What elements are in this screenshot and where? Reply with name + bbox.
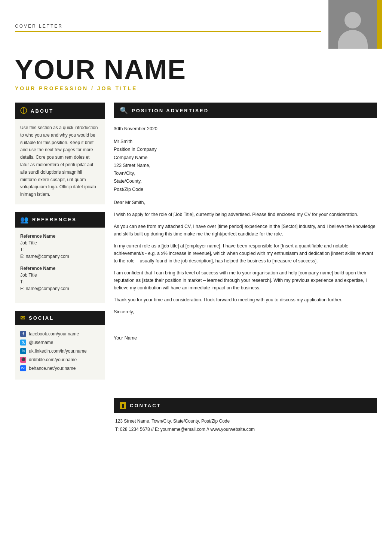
ref2-name: Reference Name — [20, 265, 99, 272]
references-content: Reference Name Job Title T: E: name@comp… — [15, 228, 105, 303]
contact-website: www.yourwebsite.com — [210, 427, 255, 432]
contact-phone: T: 028 1234 5678 — [115, 427, 150, 432]
facebook-icon: f — [20, 331, 26, 337]
social-header: ✉ SOCIAL — [15, 311, 105, 325]
position-header: 🔍 POSITION ADVERTISED — [114, 103, 377, 118]
about-title: ABOUT — [31, 108, 53, 114]
photo-head — [344, 12, 361, 28]
twitter-label: @username — [29, 339, 53, 346]
your-profession: YOUR PROFESSION / JOB TITLE — [15, 85, 377, 91]
linkedin-icon: in — [20, 348, 26, 354]
social-facebook: f facebook.com/your.name — [20, 331, 99, 337]
addressee-line-1: Mr Smith — [114, 138, 377, 146]
letter-para-3: In my current role as a [job title] at [… — [114, 242, 377, 265]
social-title: SOCIAL — [29, 315, 54, 321]
references-header: 👥 REFERENCES — [15, 212, 105, 228]
reference-entry-1: Reference Name Job Title T: E: name@comp… — [20, 233, 99, 260]
ref1-name: Reference Name — [20, 233, 99, 240]
letter-body: 30th November 2020 Mr Smith Position in … — [114, 125, 377, 342]
main-layout: ⓘ ABOUT Use this section as a quick intr… — [0, 95, 392, 398]
salutation: Dear Mr Smith, — [114, 199, 377, 206]
contact-section: ▮ CONTACT 123 Street Name, Town/City, St… — [15, 398, 377, 433]
about-header: ⓘ ABOUT — [15, 103, 105, 119]
name-section: YOUR NAME YOUR PROFESSION / JOB TITLE — [0, 49, 392, 95]
signature-name: Your Name — [114, 334, 377, 342]
contact-header: ▮ CONTACT — [114, 398, 377, 413]
addressee: Mr Smith Position in Company Company Nam… — [114, 138, 377, 194]
addressee-line-5: Town/City, — [114, 170, 377, 177]
reference-entry-2: Reference Name Job Title T: E: name@comp… — [20, 265, 99, 292]
behance-label: behance.net/your.name — [29, 365, 76, 372]
dribbble-label: dribbble.com/your.name — [29, 356, 77, 363]
social-content: f facebook.com/your.name 𝕏 @username in … — [15, 325, 105, 380]
linkedin-label: uk.linkedin.com/in/your.name — [29, 348, 87, 354]
letter-para-1: I wish to apply for the role of [Job Tit… — [114, 211, 377, 218]
ref1-email: E: name@company.com — [20, 253, 99, 260]
letter-para-4: I am confident that I can bring this lev… — [114, 269, 377, 292]
addressee-line-6: State/County, — [114, 177, 377, 185]
letter-para-2: As you can see from my attached CV, I ha… — [114, 223, 377, 238]
ref2-email: E: name@company.com — [20, 285, 99, 292]
ref1-phone: T: — [20, 246, 99, 253]
your-name: YOUR NAME — [15, 56, 377, 83]
letter-para-5: Thank you for your time and consideratio… — [114, 296, 377, 304]
ref2-phone: T: — [20, 278, 99, 285]
contact-title: CONTACT — [130, 403, 161, 408]
left-column: ⓘ ABOUT Use this section as a quick intr… — [15, 103, 105, 387]
references-title: REFERENCES — [32, 217, 77, 222]
contact-separator-2: // — [206, 427, 210, 432]
social-behance: Be behance.net/your.name — [20, 365, 99, 372]
header: COVER LETTER — [0, 0, 392, 49]
behance-icon: Be — [20, 365, 26, 371]
letter-date: 30th November 2020 — [114, 125, 377, 133]
info-icon: ⓘ — [20, 106, 27, 115]
right-column: 🔍 POSITION ADVERTISED 30th November 2020… — [114, 103, 377, 387]
gold-line-header — [15, 31, 321, 32]
social-twitter: 𝕏 @username — [20, 339, 99, 346]
profile-photo — [328, 0, 377, 49]
contact-info: 123 Street Name, Town/City, State/County… — [114, 417, 377, 433]
header-title-area: COVER LETTER — [15, 24, 321, 32]
about-text: Use this section as a quick introduction… — [20, 124, 99, 198]
references-section: 👥 REFERENCES Reference Name Job Title T:… — [15, 212, 105, 303]
search-icon: 🔍 — [120, 106, 128, 115]
position-title: POSITION ADVERTISED — [132, 108, 209, 113]
social-section: ✉ SOCIAL f facebook.com/your.name 𝕏 @use… — [15, 311, 105, 380]
contact-address: 123 Street Name, Town/City, State/County… — [115, 417, 377, 426]
about-section: ⓘ ABOUT Use this section as a quick intr… — [15, 103, 105, 204]
addressee-line-7: Post/Zip Code — [114, 186, 377, 194]
contact-separator-1: // — [151, 427, 155, 432]
references-icon: 👥 — [20, 216, 28, 224]
contact-phone-email-web: T: 028 1234 5678 // E: yourname@email.co… — [115, 426, 377, 434]
addressee-line-3: Company Name — [114, 154, 377, 162]
about-content: Use this section as a quick introduction… — [15, 119, 105, 204]
social-linkedin: in uk.linkedin.com/in/your.name — [20, 348, 99, 354]
dribbble-icon: ⚫ — [20, 357, 26, 363]
social-dribbble: ⚫ dribbble.com/your.name — [20, 356, 99, 363]
addressee-line-2: Position in Company — [114, 146, 377, 153]
letter-closing: Sincerely, — [114, 308, 377, 316]
facebook-label: facebook.com/your.name — [29, 331, 79, 337]
addressee-line-4: 123 Street Name, — [114, 162, 377, 170]
header-gold-accent — [377, 0, 382, 49]
person-silhouette — [328, 0, 377, 49]
social-icon: ✉ — [20, 314, 25, 322]
ref1-job: Job Title — [20, 240, 99, 246]
signature: Your Name — [114, 334, 377, 342]
photo-body — [338, 30, 368, 49]
ref2-job: Job Title — [20, 272, 99, 278]
contact-icon: ▮ — [120, 402, 126, 409]
twitter-icon: 𝕏 — [20, 340, 26, 346]
contact-email: E: yourname@email.com — [155, 427, 205, 432]
cover-letter-label: COVER LETTER — [15, 24, 321, 29]
